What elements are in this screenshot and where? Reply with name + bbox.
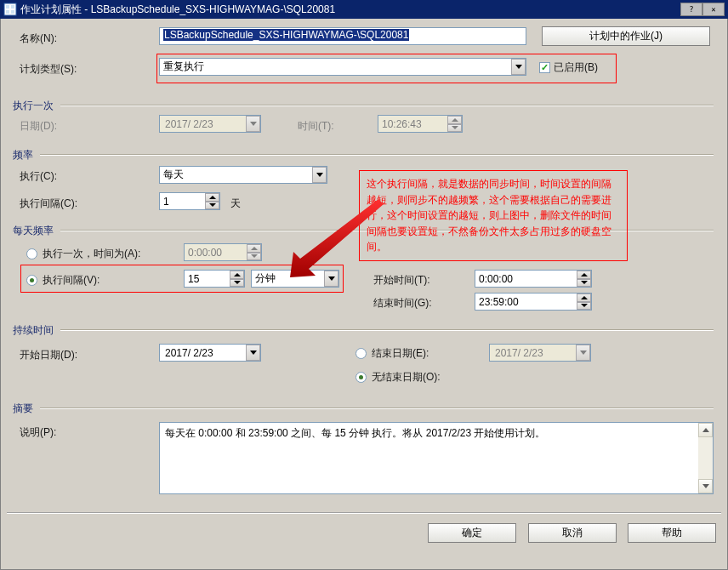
dropdown-icon [246, 116, 260, 132]
onetime-date: 2017/ 2/23 [159, 115, 261, 133]
cancel-button[interactable]: 取消 [528, 523, 617, 543]
schedule-type-label: 计划类型(S): [20, 62, 77, 77]
spin-down-icon[interactable] [577, 302, 591, 311]
end-time-label: 结束时间(G): [373, 296, 432, 311]
titlebar: 作业计划属性 - LSBackupSchedule_SXS-HIGHWAYMAG… [0, 0, 728, 19]
once-label: 执行一次，时间为(A): [43, 247, 140, 261]
recurs-label: 执行间隔(C): [20, 197, 77, 211]
enabled-label: 已启用(B) [554, 60, 598, 75]
svg-rect-4 [11, 10, 14, 14]
end-time-spin[interactable]: 23:59:00 [475, 293, 592, 311]
onetime-time-value: 10:26:43 [382, 118, 422, 130]
schedule-type-combo[interactable]: 重复执行 [159, 58, 526, 76]
enddate-radio[interactable] [355, 348, 367, 359]
spin-down-icon[interactable] [577, 279, 591, 288]
spin-down-icon[interactable] [230, 279, 244, 288]
help-button[interactable]: 帮助 [628, 523, 716, 543]
noenddate-label: 无结束日期(O): [372, 370, 441, 385]
spin-up-icon[interactable] [230, 271, 244, 279]
repeat-unit-value: 分钟 [255, 271, 276, 286]
once-time-spin: 0:00:00 [184, 243, 262, 261]
dropdown-icon[interactable] [324, 271, 338, 287]
recurs-unit: 天 [230, 197, 241, 211]
summary-group-title: 摘要 [13, 402, 33, 416]
start-time-value: 0:00:00 [479, 273, 513, 285]
spin-up-icon[interactable] [577, 294, 591, 302]
repeat-label: 执行间隔(V): [43, 273, 100, 288]
onetime-group-title: 执行一次 [13, 99, 54, 113]
duration-group-title: 持续时间 [13, 323, 54, 338]
noenddate-radio[interactable] [355, 372, 367, 383]
spin-down-icon[interactable] [205, 202, 219, 210]
frequency-group-title: 频率 [13, 148, 33, 162]
onetime-time: 10:26:43 [378, 115, 463, 133]
recurs-spin[interactable]: 1 [159, 192, 220, 210]
scroll-down-icon[interactable] [698, 479, 713, 493]
once-radio[interactable] [26, 248, 37, 259]
dropdown-icon[interactable] [312, 167, 327, 183]
client: 名称(N): LSBackupSchedule_SXS-HIGHWAYMAG-\… [0, 19, 728, 570]
dropdown-icon[interactable] [246, 345, 260, 361]
description-label: 说明(P): [20, 425, 56, 440]
once-time-value: 0:00:00 [188, 247, 222, 259]
start-time-spin[interactable]: 0:00:00 [475, 270, 592, 288]
spin-up-icon[interactable] [205, 193, 219, 202]
window-title: 作业计划属性 - LSBackupSchedule_SXS-HIGHWAYMAG… [20, 3, 680, 17]
svg-rect-2 [11, 5, 14, 9]
start-time-label: 开始时间(T): [373, 273, 430, 288]
occurs-label: 执行(C): [20, 169, 57, 184]
name-label: 名称(N): [20, 31, 57, 46]
window-icon [3, 3, 17, 16]
repeat-value-spin[interactable]: 15 [184, 270, 245, 288]
dropdown-icon[interactable] [511, 59, 526, 75]
ok-button[interactable]: 确定 [428, 523, 516, 543]
daily-freq-group-title: 每天频率 [13, 224, 54, 238]
start-date[interactable]: 2017/ 2/23 [159, 344, 261, 362]
jobs-in-schedule-button[interactable]: 计划中的作业(J) [542, 26, 710, 46]
name-input[interactable]: LSBackupSchedule_SXS-HIGHWAYMAG-\SQL2008… [163, 29, 409, 41]
close-button[interactable]: ✕ [702, 3, 725, 16]
onetime-date-label: 日期(D): [20, 119, 57, 134]
schedule-type-value: 重复执行 [163, 60, 204, 74]
svg-rect-3 [6, 10, 9, 14]
start-date-value: 2017/ 2/23 [165, 347, 213, 359]
repeat-unit-combo[interactable]: 分钟 [251, 270, 339, 288]
spin-up-icon[interactable] [577, 271, 591, 279]
recurs-value: 1 [163, 196, 169, 208]
enddate-label: 结束日期(E): [372, 346, 429, 361]
dropdown-icon [576, 345, 590, 361]
repeat-value: 15 [188, 273, 199, 285]
enabled-checkbox[interactable] [539, 62, 550, 73]
end-date-value: 2017/ 2/23 [495, 347, 543, 359]
svg-rect-1 [6, 5, 9, 9]
end-date: 2017/ 2/23 [489, 344, 591, 362]
onetime-time-label: 时间(T): [298, 119, 334, 134]
start-date-label: 开始日期(D): [20, 348, 77, 362]
end-time-value: 23:59:00 [479, 296, 519, 308]
scrollbar[interactable] [698, 423, 713, 493]
description-textarea[interactable]: 每天在 0:00:00 和 23:59:00 之间、每 15 分钟 执行。将从 … [159, 422, 714, 494]
description-value: 每天在 0:00:00 和 23:59:00 之间、每 15 分钟 执行。将从 … [165, 427, 546, 439]
repeat-radio[interactable] [26, 275, 37, 286]
occurs-value: 每天 [163, 168, 184, 182]
help-button[interactable]: ? [680, 3, 702, 16]
onetime-date-value: 2017/ 2/23 [165, 118, 213, 130]
annotation-text: 这个执行间隔，就是数据的同步时间，时间设置的间隔越短，则同步不的越频繁，这个需要… [359, 170, 628, 261]
occurs-combo[interactable]: 每天 [159, 166, 327, 184]
window-controls: ? ✕ [680, 3, 725, 16]
scroll-up-icon[interactable] [698, 423, 713, 437]
